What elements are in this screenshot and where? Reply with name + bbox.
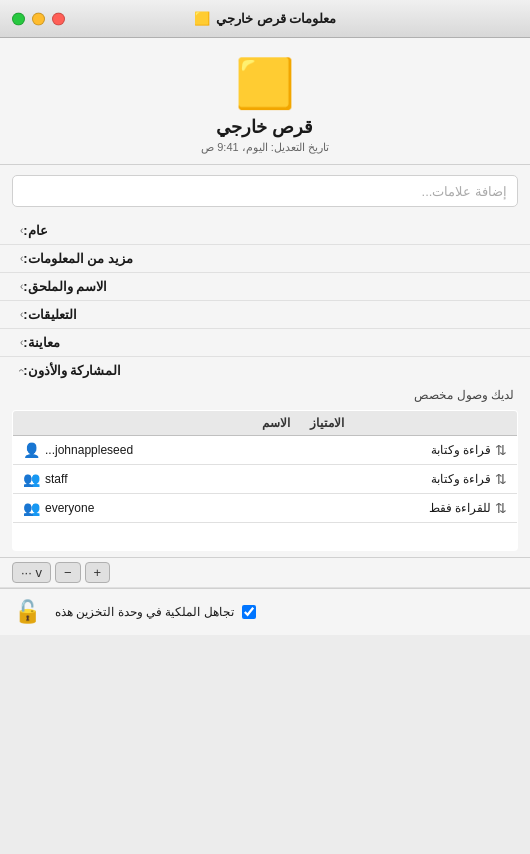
empty-row — [13, 523, 518, 551]
table-row: ⇅ للقراءة فقط everyone 👥 — [13, 494, 518, 523]
footer-section: 🔓 تجاهل الملكية في وحدة التخزين هذه — [0, 588, 530, 635]
section-comments-label: التعليقات: — [23, 307, 76, 322]
table-row: ⇅ قراءة وكتابة staff 👥 — [13, 465, 518, 494]
col-privilege-header: الامتياز — [300, 411, 518, 436]
table-row: ⇅ قراءة وكتابة johnappleseed... 👤 — [13, 436, 518, 465]
maximize-button[interactable] — [12, 12, 25, 25]
user-name: johnappleseed... — [45, 443, 133, 457]
section-preview-label: معاينة: — [23, 335, 59, 350]
user-icon: 👤 — [23, 442, 40, 458]
permissions-table: الامتياز الاسم ⇅ قراءة وكتابة johna — [12, 410, 518, 551]
disk-name: قرص خارجي — [20, 116, 510, 138]
privilege-cell: ⇅ للقراءة فقط — [300, 494, 518, 523]
section-name-ext[interactable]: الاسم والملحق: › — [0, 273, 530, 301]
section-general-label: عام: — [23, 223, 47, 238]
main-content: 🟨 قرص خارجي تاريخ التعديل: اليوم، 9:41 ص… — [0, 38, 530, 635]
privilege-cell: ⇅ قراءة وكتابة — [300, 436, 518, 465]
chevron-general-icon: › — [20, 225, 23, 236]
disk-icon: 🟨 — [20, 56, 510, 112]
lock-icon[interactable]: 🔓 — [14, 599, 41, 625]
header-section: 🟨 قرص خارجي تاريخ التعديل: اليوم، 9:41 ص — [0, 38, 530, 165]
sharing-subtitle: لديك وصول مخصص — [0, 384, 530, 410]
user-icon: 👥 — [23, 471, 40, 487]
section-name-ext-label: الاسم والملحق: — [23, 279, 107, 294]
chevron-comments-icon: › — [20, 309, 23, 320]
col-name-header: الاسم — [13, 411, 300, 436]
chevron-preview-icon: › — [20, 337, 23, 348]
stepper-icon[interactable]: ⇅ — [495, 442, 507, 458]
name-cell: johnappleseed... 👤 — [13, 436, 300, 465]
tags-placeholder: إضافة علامات... — [422, 184, 507, 199]
disk-modified-date: تاريخ التعديل: اليوم، 9:41 ص — [20, 141, 510, 154]
chevron-name-ext-icon: › — [20, 281, 23, 292]
titlebar-disk-icon: 🟨 — [194, 11, 210, 26]
titlebar-title: 🟨 معلومات قرص خارجي — [194, 11, 336, 26]
stepper-icon[interactable]: ⇅ — [495, 471, 507, 487]
ownership-checkbox[interactable] — [242, 605, 256, 619]
sharing-title: المشاركة والأذون: — [23, 363, 121, 378]
titlebar: 🟨 معلومات قرص خارجي — [0, 0, 530, 38]
table-toolbar: + − v ··· — [0, 557, 530, 587]
minimize-button[interactable] — [32, 12, 45, 25]
chevron-more-info-icon: › — [20, 253, 23, 264]
privilege-value: قراءة وكتابة — [431, 472, 491, 486]
section-general[interactable]: عام: › — [0, 217, 530, 245]
section-more-info-label: مزيد من المعلومات: — [23, 251, 133, 266]
footer-ownership-text: تجاهل الملكية في وحدة التخزين هذه — [55, 605, 234, 619]
close-button[interactable] — [52, 12, 65, 25]
window-controls[interactable] — [12, 12, 65, 25]
sharing-header[interactable]: المشاركة والأذون: › — [0, 357, 530, 384]
name-cell: staff 👥 — [13, 465, 300, 494]
sharing-section: المشاركة والأذون: › لديك وصول مخصص الامت… — [0, 357, 530, 588]
titlebar-text: معلومات قرص خارجي — [216, 11, 336, 26]
user-icon: 👥 — [23, 500, 40, 516]
stepper-icon[interactable]: ⇅ — [495, 500, 507, 516]
section-preview[interactable]: معاينة: › — [0, 329, 530, 357]
plus-button[interactable]: + — [85, 562, 111, 583]
table-header-row: الامتياز الاسم — [13, 411, 518, 436]
privilege-value: قراءة وكتابة — [431, 443, 491, 457]
user-name: everyone — [45, 501, 94, 515]
section-comments[interactable]: التعليقات: › — [0, 301, 530, 329]
chevron-sharing-icon: › — [16, 369, 27, 372]
privilege-value: للقراءة فقط — [429, 501, 491, 515]
section-more-info[interactable]: مزيد من المعلومات: › — [0, 245, 530, 273]
minus-button[interactable]: − — [55, 562, 81, 583]
privilege-cell: ⇅ قراءة وكتابة — [300, 465, 518, 494]
name-cell: everyone 👥 — [13, 494, 300, 523]
tags-input[interactable]: إضافة علامات... — [12, 175, 518, 207]
user-name: staff — [45, 472, 67, 486]
details-button[interactable]: v ··· — [12, 562, 51, 583]
